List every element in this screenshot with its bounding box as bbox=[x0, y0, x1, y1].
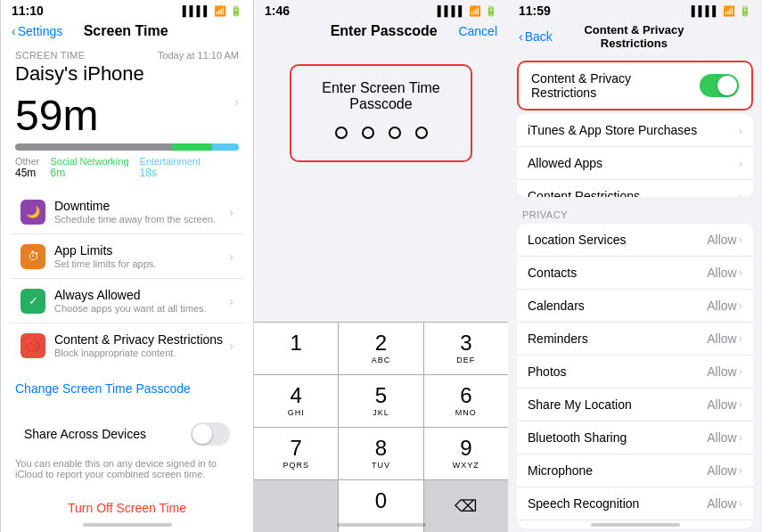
usage-bar-container bbox=[1, 143, 253, 151]
wifi-icon-2: 📶 bbox=[469, 5, 481, 17]
bluetooth-chevron: › bbox=[739, 430, 742, 444]
big-time: 59m bbox=[1, 91, 253, 143]
share-description: You can enable this on any device signed… bbox=[1, 454, 253, 487]
status-bar-2: 1:46 ▌▌▌▌ 📶 🔋 bbox=[254, 0, 508, 20]
turn-off-link[interactable]: Turn Off Screen Time bbox=[1, 494, 253, 522]
back-button-1[interactable]: ‹ Settings bbox=[12, 24, 62, 38]
content-restrictions-chevron: › bbox=[739, 190, 742, 197]
key-empty bbox=[254, 480, 339, 532]
store-list-group: iTunes & App Store Purchases › Allowed A… bbox=[517, 114, 753, 197]
battery-icon-1: 🔋 bbox=[230, 5, 242, 17]
status-icons-1: ▌▌▌▌ 📶 🔋 bbox=[183, 5, 242, 17]
nav-bar-2: Enter Passcode Cancel bbox=[254, 20, 508, 46]
home-indicator-2 bbox=[337, 523, 426, 527]
keypad-row-2: 4 GHI 5 JKL 6 MNO bbox=[254, 374, 508, 427]
app-limits-icon: ⏱ bbox=[20, 244, 45, 269]
list-item-reminders[interactable]: Reminders Allow › bbox=[517, 323, 753, 356]
key-3[interactable]: 3 DEF bbox=[424, 323, 508, 374]
list-item-content-restrictions[interactable]: Content Restrictions › bbox=[517, 180, 753, 197]
key-4[interactable]: 4 GHI bbox=[254, 375, 339, 427]
keypad: 1 2 ABC 3 DEF 4 GHI 5 JKL 6 MN bbox=[254, 322, 508, 532]
passcode-entry-box: Enter Screen Time Passcode bbox=[290, 64, 472, 162]
wifi-icon-3: 📶 bbox=[723, 5, 735, 17]
home-indicator-3 bbox=[591, 523, 680, 527]
share-across-devices: Share Across Devices bbox=[10, 413, 244, 454]
list-item-itunes[interactable]: iTunes & App Store Purchases › bbox=[517, 114, 753, 147]
list-item-calendars[interactable]: Calendars Allow › bbox=[517, 290, 753, 323]
key-1[interactable]: 1 bbox=[254, 323, 339, 374]
list-item-microphone[interactable]: Microphone Allow › bbox=[517, 454, 753, 487]
reminders-chevron: › bbox=[739, 331, 742, 345]
section-header-1: SCREEN TIME bbox=[15, 50, 85, 61]
list-item-always-allowed[interactable]: ✓ Always Allowed Choose apps you want at… bbox=[10, 279, 244, 323]
passcode-prompt: Enter Screen Time Passcode bbox=[302, 73, 460, 116]
device-name: Daisy's iPhone bbox=[1, 61, 253, 91]
key-2[interactable]: 2 ABC bbox=[339, 323, 423, 374]
key-delete[interactable]: ⌫ bbox=[424, 480, 508, 532]
key-5[interactable]: 5 JKL bbox=[339, 375, 423, 427]
back-chevron-icon-3: ‹ bbox=[519, 29, 523, 44]
home-indicator-1 bbox=[83, 523, 172, 527]
status-bar-3: 11:59 ▌▌▌▌ 📶 🔋 bbox=[508, 0, 762, 20]
battery-icon-2: 🔋 bbox=[485, 5, 497, 17]
itunes-chevron: › bbox=[739, 124, 742, 137]
passcode-dot-3 bbox=[389, 127, 401, 139]
change-passcode-link[interactable]: Change Screen Time Passcode bbox=[1, 371, 253, 406]
cancel-button[interactable]: Cancel bbox=[458, 24, 497, 38]
list-item-contacts[interactable]: Contacts Allow › bbox=[517, 257, 753, 290]
status-time-2: 1:46 bbox=[265, 4, 290, 18]
legend-entertainment: Entertainment 18s bbox=[140, 156, 201, 179]
content-privacy-toggle[interactable] bbox=[700, 74, 739, 97]
content-privacy-toggle-label: Content & Privacy Restrictions bbox=[531, 71, 700, 100]
always-allowed-icon: ✓ bbox=[20, 289, 45, 314]
battery-icon-3: 🔋 bbox=[739, 5, 751, 17]
downtime-icon: 🌙 bbox=[20, 200, 45, 225]
delete-icon: ⌫ bbox=[455, 498, 477, 514]
list-item-share-location[interactable]: Share My Location Allow › bbox=[517, 389, 753, 422]
legend-other: Other 45m bbox=[15, 156, 40, 179]
key-6[interactable]: 6 MNO bbox=[424, 375, 508, 427]
key-7[interactable]: 7 PQRS bbox=[254, 428, 339, 479]
calendars-chevron: › bbox=[739, 299, 742, 312]
settings-group-1: 🌙 Downtime Schedule time away from the s… bbox=[10, 190, 244, 367]
wifi-icon-1: 📶 bbox=[214, 5, 226, 17]
page-title-3: Content & Privacy Restrictions bbox=[553, 23, 716, 50]
passcode-box: Enter Screen Time Passcode bbox=[272, 64, 490, 162]
downtime-chevron: › bbox=[229, 205, 234, 219]
nav-bar-1: ‹ Settings Screen Time bbox=[1, 20, 253, 46]
privacy-list-group: Location Services Allow › Contacts Allow… bbox=[517, 224, 753, 528]
back-chevron-icon-1: ‹ bbox=[12, 24, 16, 38]
list-item-app-limits[interactable]: ⏱ App Limits Set time limits for apps. › bbox=[10, 234, 244, 279]
list-item-location[interactable]: Location Services Allow › bbox=[517, 224, 753, 257]
separator-2 bbox=[1, 487, 253, 494]
list-item-downtime[interactable]: 🌙 Downtime Schedule time away from the s… bbox=[10, 190, 244, 234]
downtime-text: Downtime Schedule time away from the scr… bbox=[54, 199, 225, 225]
photos-chevron: › bbox=[739, 364, 742, 378]
status-time-3: 11:59 bbox=[519, 4, 551, 18]
list-item-photos[interactable]: Photos Allow › bbox=[517, 356, 753, 389]
list-item-content-privacy[interactable]: 🚫 Content & Privacy Restrictions Block i… bbox=[10, 323, 244, 367]
speech-chevron: › bbox=[739, 496, 742, 510]
contacts-chevron: › bbox=[739, 266, 742, 279]
passcode-dot-4 bbox=[415, 127, 428, 139]
content-privacy-panel: 11:59 ▌▌▌▌ 📶 🔋 ‹ Back Content & Privacy … bbox=[508, 0, 762, 532]
passcode-dot-1 bbox=[335, 127, 348, 139]
usage-legend: Other 45m Social Networking 6m Entertain… bbox=[1, 154, 253, 186]
list-item-speech[interactable]: Speech Recognition Allow › bbox=[517, 487, 753, 520]
back-button-3[interactable]: ‹ Back bbox=[519, 29, 553, 44]
list-item-bluetooth[interactable]: Bluetooth Sharing Allow › bbox=[517, 422, 753, 454]
app-limits-chevron: › bbox=[229, 250, 234, 264]
legend-social: Social Networking 6m bbox=[51, 156, 129, 179]
key-8[interactable]: 8 TUV bbox=[339, 428, 423, 479]
list-item-allowed-apps[interactable]: Allowed Apps › bbox=[517, 147, 753, 180]
location-chevron: › bbox=[739, 233, 742, 246]
content-privacy-icon: 🚫 bbox=[20, 333, 45, 358]
screen-time-panel: 11:10 ▌▌▌▌ 📶 🔋 ‹ Settings Screen Time SC… bbox=[0, 0, 254, 532]
share-toggle[interactable] bbox=[191, 422, 230, 446]
status-bar-1: 11:10 ▌▌▌▌ 📶 🔋 bbox=[1, 0, 253, 20]
usage-bar bbox=[15, 143, 239, 151]
key-9[interactable]: 9 WXYZ bbox=[424, 428, 508, 479]
status-icons-3: ▌▌▌▌ 📶 🔋 bbox=[692, 5, 751, 17]
content-privacy-chevron: › bbox=[229, 339, 234, 353]
usage-segment-entertainment bbox=[212, 143, 239, 151]
